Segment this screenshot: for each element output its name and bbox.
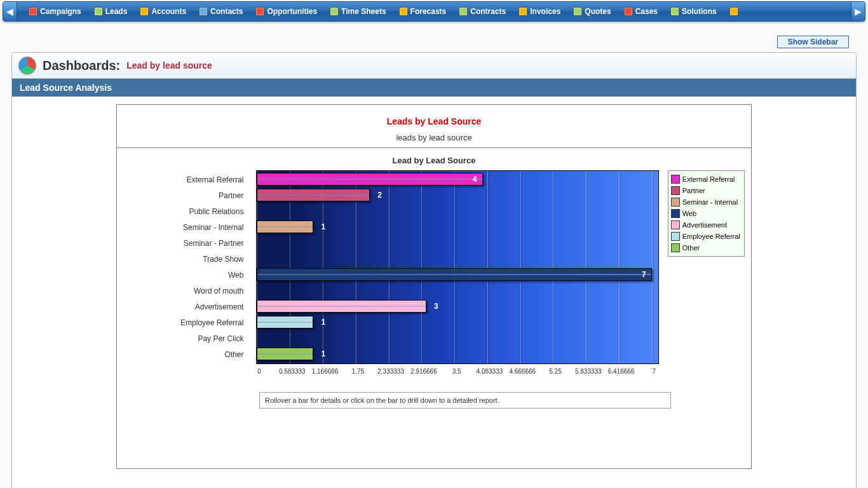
chart-bar[interactable]: 4 (257, 173, 482, 186)
legend-item[interactable]: Web (670, 208, 743, 219)
nav-opportunities[interactable]: Opportunities (249, 1, 323, 22)
dashboard-card: Dashboards: Lead by lead source Lead Sou… (11, 52, 857, 488)
legend-swatch (671, 175, 680, 184)
chart-x-tick: 0.583333 (279, 368, 306, 375)
show-sidebar-button[interactable]: Show Sidebar (777, 36, 849, 48)
chart-y-label: Advertisement (123, 299, 247, 315)
chart-bar-value: 4 (473, 175, 477, 184)
chart-gridline (520, 171, 521, 363)
nav-label: Time Sheets (341, 7, 386, 16)
nav-invoices[interactable]: Invoices (512, 1, 567, 22)
legend-swatch (671, 186, 680, 195)
chart-bar-value: 1 (322, 222, 326, 231)
chart-y-label: Word of mouth (123, 283, 247, 299)
chart-bar-value: 3 (434, 302, 438, 311)
chart-panel-header: Leads by Lead Source leads by lead sourc… (117, 105, 751, 148)
card-body: Leads by Lead Source leads by lead sourc… (12, 97, 856, 488)
receipt-icon (519, 7, 527, 16)
chart-bar[interactable]: 1 (257, 316, 313, 329)
legend-label: External Referral (682, 175, 735, 183)
chart-x-tick: 2.916666 (410, 368, 437, 375)
stack-icon (140, 7, 149, 16)
chart-bar[interactable]: 1 (257, 348, 313, 360)
card-icon (199, 7, 208, 16)
legend-item[interactable]: Seminar - Internal (670, 196, 743, 208)
legend-item[interactable]: Other (670, 242, 743, 254)
chart-legend: External ReferralPartnerSeminar - Intern… (668, 170, 745, 257)
legend-item[interactable]: Partner (670, 185, 743, 196)
legend-item[interactable]: Employee Referral (670, 231, 743, 242)
nav-scroll-right[interactable]: ▶ (851, 2, 865, 21)
legend-swatch (671, 243, 680, 252)
chart-plot-area: 4217311 (256, 170, 658, 364)
legend-item[interactable]: External Referral (670, 173, 743, 185)
nav-label: Leads (105, 7, 128, 16)
bulb-icon (670, 7, 679, 16)
chart-y-label: Web (123, 268, 247, 283)
chart-x-tick: 3.5 (452, 368, 461, 375)
chart-x-tick: 5.833333 (575, 368, 602, 375)
nav-scroll-left[interactable]: ◀ (3, 2, 17, 21)
chart-y-label: Public Relations (123, 204, 247, 220)
legend-label: Employee Referral (682, 233, 740, 240)
chart-bar-value: 1 (322, 349, 326, 358)
chart-hint: Rollover a bar for details or click on t… (259, 392, 671, 409)
person-icon (94, 7, 103, 16)
chart-bar-value: 7 (642, 270, 646, 279)
chart-x-tick: 7 (653, 368, 656, 375)
chart-gridline (586, 171, 587, 363)
chart-icon (399, 7, 408, 16)
chart-panel: Leads by Lead Source leads by lead sourc… (116, 104, 752, 469)
legend-item[interactable]: Advertisement (670, 219, 743, 231)
chart-x-tick: 1.75 (352, 368, 364, 375)
nav-timesheets[interactable]: Time Sheets (323, 1, 392, 22)
nav-forecasts[interactable]: Forecasts (393, 1, 453, 22)
chart-bar[interactable]: 2 (257, 189, 370, 201)
nav-solutions[interactable]: Solutions (664, 1, 723, 22)
legend-swatch (671, 232, 680, 241)
chart-x-tick: 4.666666 (509, 368, 536, 375)
target-icon (29, 7, 37, 16)
page-title: Dashboards: (43, 58, 120, 73)
chart-gridline (553, 171, 553, 363)
nav-more[interactable] (723, 1, 745, 22)
nav-cases[interactable]: Cases (618, 1, 664, 22)
nav-leads[interactable]: Leads (88, 1, 134, 22)
chart-y-label: External Referral (123, 172, 247, 188)
chart-x-tick: 5.25 (549, 368, 561, 375)
chart-bar-value: 2 (377, 191, 382, 200)
nav-label: Opportunities (267, 7, 317, 16)
chart-x-tick: 0 (257, 368, 261, 375)
chart-gridline (389, 171, 390, 363)
nav-accounts[interactable]: Accounts (133, 1, 193, 22)
card-header: Dashboards: Lead by lead source (12, 53, 856, 79)
money-icon (255, 7, 264, 16)
section-title: Lead Source Analysis (12, 79, 856, 97)
chart-gridline (421, 171, 422, 363)
chart-title: Lead by Lead Source (123, 156, 745, 165)
chart-bar-value: 1 (322, 318, 326, 327)
chart-gridline (454, 171, 455, 363)
nav-label: Accounts (151, 7, 186, 16)
chart-bar[interactable]: 7 (257, 268, 651, 281)
legend-swatch (671, 220, 680, 229)
page-subtitle: Lead by lead source (126, 60, 212, 71)
chart-x-tick: 1.166666 (312, 368, 339, 375)
nav-campaigns[interactable]: Campaigns (22, 1, 88, 22)
chart-x-axis-ticks: 00.5833331.1666661.752.3333332.9166663.5… (259, 368, 671, 377)
pen-icon (459, 7, 468, 16)
more-icon (729, 7, 738, 16)
nav-contracts[interactable]: Contracts (452, 1, 512, 22)
chart-y-label: Pay Per Click (123, 331, 247, 347)
nav-label: Quotes (585, 7, 611, 16)
chart-area: Lead by Lead Source External ReferralPar… (117, 148, 751, 468)
chart-bar[interactable]: 3 (257, 300, 426, 313)
nav-label: Solutions (682, 7, 717, 16)
nav-quotes[interactable]: Quotes (567, 1, 617, 22)
chart-bar[interactable]: 1 (257, 220, 313, 233)
nav-label: Contracts (470, 7, 506, 16)
chart-y-axis-labels: External ReferralPartnerPublic Relations… (123, 170, 247, 364)
chart-x-tick: 4.083333 (477, 368, 503, 375)
legend-label: Seminar - Internal (682, 198, 738, 206)
nav-contacts[interactable]: Contacts (193, 1, 249, 22)
